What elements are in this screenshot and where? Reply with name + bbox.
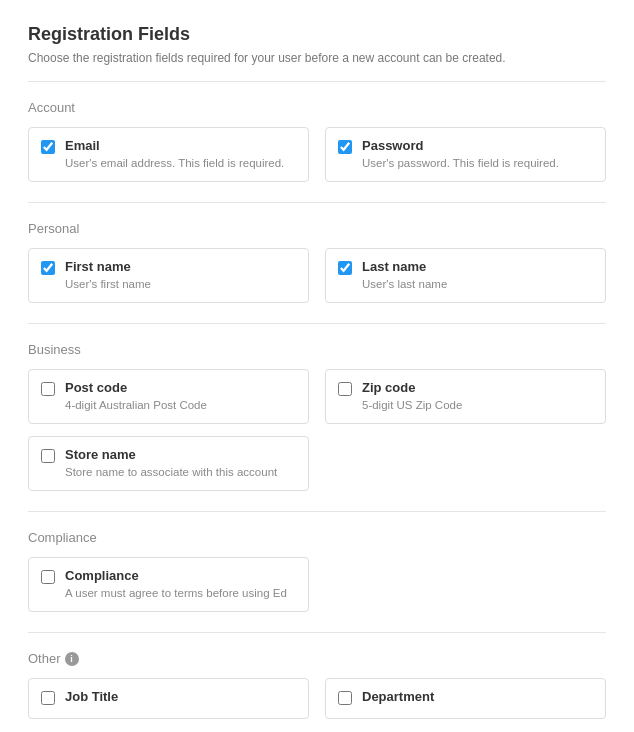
zipcode-field-info: Zip code 5-digit US Zip Code <box>362 380 462 413</box>
department-checkbox[interactable] <box>338 691 352 705</box>
storename-checkbox[interactable] <box>41 449 55 463</box>
department-checkbox-wrap[interactable] <box>338 691 352 708</box>
lastname-field-name: Last name <box>362 259 447 274</box>
compliance-fields-row: Compliance A user must agree to terms be… <box>28 557 606 612</box>
password-field-card: Password User's password. This field is … <box>325 127 606 182</box>
personal-section: Personal First name User's first name La… <box>28 221 606 303</box>
storename-field-name: Store name <box>65 447 277 462</box>
lastname-checkbox[interactable] <box>338 261 352 275</box>
postcode-field-desc: 4-digit Australian Post Code <box>65 397 207 413</box>
postcode-field-card: Post code 4-digit Australian Post Code <box>28 369 309 424</box>
zipcode-field-desc: 5-digit US Zip Code <box>362 397 462 413</box>
storename-checkbox-wrap[interactable] <box>41 449 55 466</box>
other-label-wrap: Other i <box>28 651 606 666</box>
divider-compliance <box>28 511 606 512</box>
compliance-field-desc: A user must agree to terms before using … <box>65 585 287 601</box>
other-fields-row: Job Title Department <box>28 678 606 719</box>
password-field-desc: User's password. This field is required. <box>362 155 559 171</box>
divider-business <box>28 323 606 324</box>
business-section-label: Business <box>28 342 606 357</box>
business-fields-row2: Store name Store name to associate with … <box>28 436 606 491</box>
email-checkbox-wrap[interactable] <box>41 140 55 157</box>
lastname-field-desc: User's last name <box>362 276 447 292</box>
department-field-card: Department <box>325 678 606 719</box>
account-section: Account Email User's email address. This… <box>28 100 606 182</box>
department-field-info: Department <box>362 689 434 706</box>
zipcode-checkbox[interactable] <box>338 382 352 396</box>
divider-other <box>28 632 606 633</box>
compliance-field-info: Compliance A user must agree to terms be… <box>65 568 287 601</box>
compliance-section: Compliance Compliance A user must agree … <box>28 530 606 612</box>
firstname-field-card: First name User's first name <box>28 248 309 303</box>
page-subtitle: Choose the registration fields required … <box>28 51 606 65</box>
email-field-info: Email User's email address. This field i… <box>65 138 284 171</box>
lastname-field-info: Last name User's last name <box>362 259 447 292</box>
storename-field-desc: Store name to associate with this accoun… <box>65 464 277 480</box>
jobtitle-checkbox-wrap[interactable] <box>41 691 55 708</box>
firstname-checkbox-wrap[interactable] <box>41 261 55 278</box>
firstname-field-name: First name <box>65 259 151 274</box>
password-field-name: Password <box>362 138 559 153</box>
business-fields-row1: Post code 4-digit Australian Post Code Z… <box>28 369 606 424</box>
email-field-desc: User's email address. This field is requ… <box>65 155 284 171</box>
postcode-field-info: Post code 4-digit Australian Post Code <box>65 380 207 413</box>
password-checkbox-wrap[interactable] <box>338 140 352 157</box>
business-section: Business Post code 4-digit Australian Po… <box>28 342 606 491</box>
email-field-name: Email <box>65 138 284 153</box>
other-info-icon: i <box>65 652 79 666</box>
firstname-field-desc: User's first name <box>65 276 151 292</box>
account-section-label: Account <box>28 100 606 115</box>
compliance-field-name: Compliance <box>65 568 287 583</box>
divider-top <box>28 81 606 82</box>
personal-section-label: Personal <box>28 221 606 236</box>
compliance-field-card: Compliance A user must agree to terms be… <box>28 557 309 612</box>
jobtitle-field-info: Job Title <box>65 689 118 706</box>
postcode-checkbox[interactable] <box>41 382 55 396</box>
email-checkbox[interactable] <box>41 140 55 154</box>
email-field-card: Email User's email address. This field i… <box>28 127 309 182</box>
password-field-info: Password User's password. This field is … <box>362 138 559 171</box>
zipcode-field-name: Zip code <box>362 380 462 395</box>
jobtitle-field-name: Job Title <box>65 689 118 704</box>
compliance-checkbox[interactable] <box>41 570 55 584</box>
page-title: Registration Fields <box>28 24 606 45</box>
storename-field-info: Store name Store name to associate with … <box>65 447 277 480</box>
other-section: Other i Job Title Department <box>28 651 606 719</box>
postcode-checkbox-wrap[interactable] <box>41 382 55 399</box>
compliance-checkbox-wrap[interactable] <box>41 570 55 587</box>
lastname-checkbox-wrap[interactable] <box>338 261 352 278</box>
firstname-checkbox[interactable] <box>41 261 55 275</box>
divider-personal <box>28 202 606 203</box>
other-section-label: Other <box>28 651 61 666</box>
jobtitle-checkbox[interactable] <box>41 691 55 705</box>
lastname-field-card: Last name User's last name <box>325 248 606 303</box>
personal-fields-row: First name User's first name Last name U… <box>28 248 606 303</box>
jobtitle-field-card: Job Title <box>28 678 309 719</box>
firstname-field-info: First name User's first name <box>65 259 151 292</box>
postcode-field-name: Post code <box>65 380 207 395</box>
storename-field-card: Store name Store name to associate with … <box>28 436 309 491</box>
zipcode-checkbox-wrap[interactable] <box>338 382 352 399</box>
compliance-section-label: Compliance <box>28 530 606 545</box>
password-checkbox[interactable] <box>338 140 352 154</box>
account-fields-row: Email User's email address. This field i… <box>28 127 606 182</box>
department-field-name: Department <box>362 689 434 704</box>
zipcode-field-card: Zip code 5-digit US Zip Code <box>325 369 606 424</box>
